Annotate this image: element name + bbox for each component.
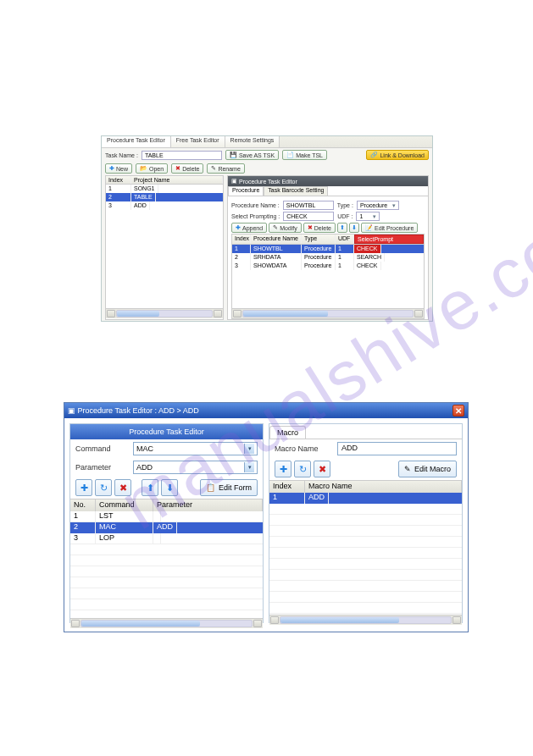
refresh-button[interactable]: ↻ bbox=[95, 479, 112, 496]
edit-icon: 📝 bbox=[365, 224, 373, 231]
rename-icon: ✎ bbox=[211, 165, 216, 172]
task-name-label: Task Name : bbox=[105, 152, 138, 158]
edit-macro-button[interactable]: ✎Edit Macro bbox=[398, 461, 457, 477]
table-row[interactable]: 2SRHDATAProcedure1SEARCH bbox=[232, 253, 424, 262]
macro-name-input[interactable]: ADD bbox=[337, 442, 457, 455]
col-index[interactable]: Index bbox=[232, 235, 251, 244]
parameter-label: Parameter bbox=[75, 463, 128, 472]
col-type[interactable]: Type bbox=[302, 235, 336, 244]
procedure-name-input[interactable]: SHOWTBL bbox=[283, 201, 334, 210]
col-project-name[interactable]: Project Name bbox=[131, 176, 223, 184]
refresh-icon: ↻ bbox=[100, 483, 108, 494]
table-row[interactable]: 3SHOWDATAProcedure1CHECK bbox=[232, 262, 424, 270]
add-button[interactable]: ✚ bbox=[75, 479, 92, 496]
delete-icon: ✖ bbox=[119, 483, 127, 494]
delete-icon: ✖ bbox=[175, 165, 180, 172]
select-prompting-label: Select Prompting : bbox=[231, 213, 280, 219]
save-as-tsk-button[interactable]: 💾Save AS TSK bbox=[225, 150, 279, 160]
link-download-button[interactable]: 🔗Link & Download bbox=[366, 150, 429, 160]
table-row[interactable]: 2TABLE bbox=[106, 193, 223, 201]
col-command[interactable]: Command bbox=[96, 499, 153, 511]
up-button[interactable]: ⬆ bbox=[337, 223, 347, 233]
top-window: Procedure Task Editor Free Task Editor R… bbox=[101, 135, 433, 322]
udf-label: UDF : bbox=[337, 213, 353, 219]
col-no[interactable]: No. bbox=[70, 499, 96, 511]
edit-procedure-button[interactable]: 📝Edit Procedure bbox=[361, 223, 418, 233]
col-index[interactable]: Index bbox=[106, 176, 131, 184]
refresh-icon: ↻ bbox=[299, 464, 307, 475]
make-tsl-button[interactable]: 📄Make TSL bbox=[282, 150, 327, 160]
new-button[interactable]: ✚New bbox=[105, 163, 132, 174]
col-procedure-name[interactable]: Procedure Name bbox=[251, 235, 302, 244]
tab-procedure-task-editor[interactable]: Procedure Task Editor bbox=[102, 136, 171, 147]
macro-name-label: Macro Name bbox=[275, 444, 332, 453]
udf-select[interactable]: 1▾ bbox=[356, 212, 380, 221]
col-udf[interactable]: UDF bbox=[336, 235, 354, 244]
rename-button[interactable]: ✎Rename bbox=[207, 163, 244, 174]
modify-button[interactable]: ✎Modify bbox=[269, 223, 302, 233]
tab-procedure[interactable]: Procedure bbox=[228, 186, 264, 196]
delete-button[interactable]: ✖ bbox=[114, 479, 131, 496]
bottom-window: ▣ Procedure Task Editor : ADD > ADD ✕ Pr… bbox=[64, 402, 469, 632]
open-icon: 📂 bbox=[140, 165, 147, 172]
scrollbar-h[interactable] bbox=[269, 615, 462, 625]
tab-free-task-editor[interactable]: Free Task Editor bbox=[171, 136, 225, 147]
scrollbar-h[interactable] bbox=[232, 308, 424, 318]
table-row[interactable]: 1LST bbox=[70, 511, 263, 522]
tab-remote-settings[interactable]: Remote Settings bbox=[225, 136, 280, 147]
delete-button-2[interactable]: ✖Delete bbox=[303, 223, 336, 233]
procedure-name-label: Procedure Name : bbox=[231, 202, 280, 208]
append-button[interactable]: ✚Append bbox=[231, 223, 267, 233]
delete-button[interactable]: ✖Delete bbox=[171, 163, 203, 174]
edit-icon: ✎ bbox=[404, 465, 411, 473]
tab-task-barcode[interactable]: Task Barcode Setting bbox=[264, 186, 328, 196]
pane-title: Procedure Task Editor bbox=[70, 424, 263, 439]
add-macro-button[interactable]: ✚ bbox=[275, 461, 291, 477]
delete-macro-button[interactable]: ✖ bbox=[314, 461, 330, 477]
chevron-down-icon: ▾ bbox=[244, 444, 254, 454]
type-label: Type : bbox=[337, 202, 353, 208]
close-button[interactable]: ✕ bbox=[452, 405, 464, 417]
table-row[interactable]: 3LOP bbox=[70, 533, 263, 544]
modify-icon: ✎ bbox=[273, 224, 278, 231]
plus-icon: ✚ bbox=[81, 483, 88, 494]
make-icon: 📄 bbox=[286, 152, 294, 158]
edit-form-button[interactable]: 📋Edit Form bbox=[200, 479, 258, 496]
window-title: Procedure Task Editor : ADD > ADD bbox=[78, 406, 199, 415]
command-label: Command bbox=[75, 444, 128, 453]
arrow-down-icon: ⬇ bbox=[166, 483, 174, 494]
table-row[interactable]: 3ADD bbox=[106, 201, 223, 210]
command-select[interactable]: MAC▾ bbox=[133, 442, 258, 455]
type-select[interactable]: Procedure▾ bbox=[357, 201, 399, 210]
form-icon: 📋 bbox=[206, 483, 215, 492]
plus-icon: ✚ bbox=[109, 165, 114, 172]
close-icon: ✕ bbox=[455, 406, 462, 416]
table-row[interactable]: 1SONG1 bbox=[106, 185, 223, 193]
delete-icon: ✖ bbox=[308, 224, 313, 231]
open-button[interactable]: 📂Open bbox=[136, 163, 168, 174]
plus-icon: ✚ bbox=[236, 224, 241, 231]
table-row[interactable]: 1ADD bbox=[269, 493, 462, 504]
arrow-up-icon: ⬆ bbox=[147, 483, 154, 494]
col-select-prompt[interactable]: SelectPrompt bbox=[354, 235, 424, 244]
refresh-macro-button[interactable]: ↻ bbox=[294, 461, 311, 477]
down-button[interactable]: ⬇ bbox=[349, 223, 359, 233]
task-name-input[interactable]: TABLE bbox=[142, 151, 222, 160]
col-parameter[interactable]: Parameter bbox=[153, 499, 263, 511]
project-list-panel: Index Project Name 1SONG1 2TABLE 3ADD bbox=[105, 175, 224, 320]
table-row[interactable]: 2MACADD bbox=[70, 522, 263, 533]
tab-macro[interactable]: Macro bbox=[269, 426, 306, 439]
select-prompting-input[interactable]: CHECK bbox=[283, 212, 334, 221]
scrollbar-h[interactable] bbox=[70, 618, 263, 628]
scrollbar-h[interactable] bbox=[106, 308, 223, 318]
col-macro-index[interactable]: Index bbox=[269, 481, 305, 493]
editor-titlebar: ▣Procedure Task Editor bbox=[228, 176, 428, 186]
down-button[interactable]: ⬇ bbox=[161, 479, 178, 496]
table-row[interactable]: 1SHOWTBLProcedure1CHECK bbox=[232, 245, 424, 253]
app-icon: ▣ bbox=[68, 406, 75, 415]
plus-icon: ✚ bbox=[280, 464, 287, 475]
up-button[interactable]: ⬆ bbox=[142, 479, 158, 496]
parameter-select[interactable]: ADD▾ bbox=[133, 461, 258, 474]
delete-icon: ✖ bbox=[319, 464, 326, 475]
col-macro-name[interactable]: Macro Name bbox=[305, 481, 462, 493]
